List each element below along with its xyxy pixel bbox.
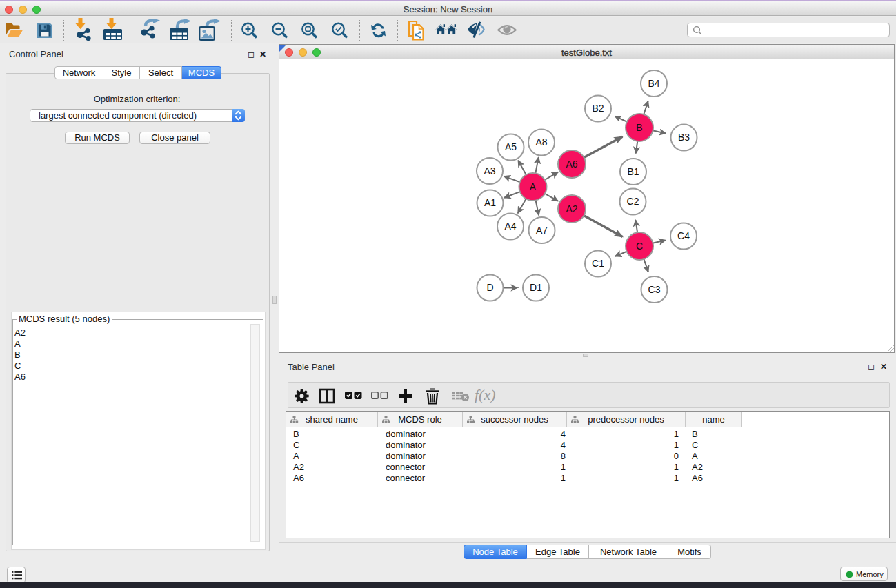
svg-text:A1: A1 bbox=[484, 197, 496, 208]
svg-text:C3: C3 bbox=[648, 284, 661, 295]
svg-text:A6: A6 bbox=[566, 159, 577, 170]
svg-text:A4: A4 bbox=[504, 221, 516, 232]
svg-text:A2: A2 bbox=[566, 203, 577, 214]
svg-text:C4: C4 bbox=[677, 230, 690, 241]
svg-text:D: D bbox=[486, 282, 493, 293]
svg-text:C: C bbox=[636, 241, 643, 252]
svg-text:B2: B2 bbox=[592, 103, 604, 114]
svg-text:D1: D1 bbox=[530, 282, 542, 293]
svg-text:B4: B4 bbox=[648, 78, 659, 89]
svg-text:C1: C1 bbox=[592, 258, 604, 269]
svg-text:A5: A5 bbox=[505, 141, 517, 152]
svg-text:B1: B1 bbox=[627, 166, 639, 177]
svg-text:A: A bbox=[530, 181, 537, 192]
svg-text:A7: A7 bbox=[536, 225, 548, 236]
svg-text:C2: C2 bbox=[627, 196, 639, 207]
svg-text:B: B bbox=[636, 122, 642, 133]
svg-text:A3: A3 bbox=[484, 165, 495, 176]
svg-text:B3: B3 bbox=[678, 132, 690, 143]
svg-text:A8: A8 bbox=[535, 136, 547, 148]
